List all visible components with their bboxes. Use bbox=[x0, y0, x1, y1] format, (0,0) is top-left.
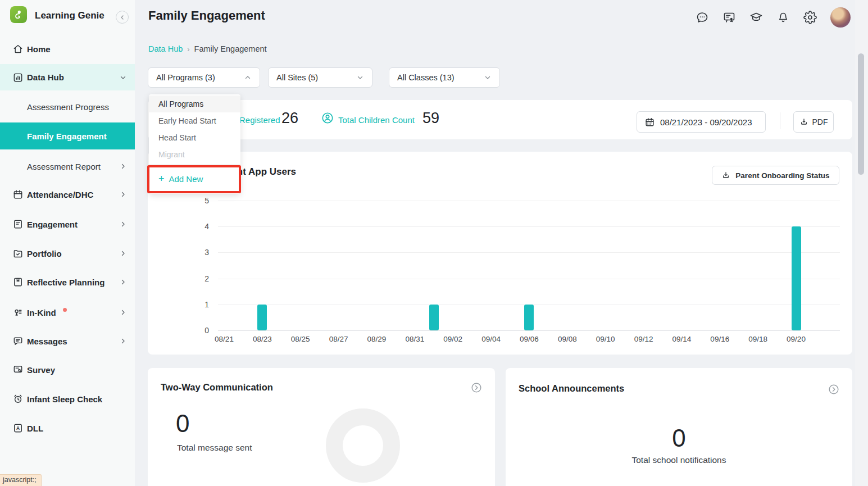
bar-09/01[interactable] bbox=[429, 305, 439, 330]
dropdown-option-early-head-start[interactable]: Early Head Start bbox=[149, 112, 240, 129]
sites-select[interactable]: All Sites (5) bbox=[268, 67, 372, 88]
card-title: Two-Way Communication bbox=[161, 382, 273, 393]
graduation-cap-icon[interactable] bbox=[749, 11, 763, 24]
survey-board-icon bbox=[12, 364, 24, 375]
sidebar-item-family-engagement[interactable]: Family Engagement bbox=[0, 122, 135, 149]
sidebar-item-label: Family Engagement bbox=[27, 131, 107, 141]
x-axis-tick-label: 09/12 bbox=[634, 335, 653, 343]
sidebar-item-in-kind[interactable]: In-Kind bbox=[0, 303, 135, 322]
x-axis-tick-label: 09/20 bbox=[787, 335, 806, 343]
topbar-icons bbox=[696, 7, 851, 28]
gridline-y0 bbox=[218, 330, 840, 331]
sites-select-value: All Sites (5) bbox=[276, 73, 318, 82]
total-notifications-caption: Total school notifications bbox=[506, 455, 852, 465]
chevron-down-icon bbox=[356, 74, 364, 81]
school-announcements-card: School Announcements 0 Total school noti… bbox=[506, 368, 852, 486]
two-way-communication-card: Two-Way Communication 0 Total message se… bbox=[148, 368, 495, 486]
calendar-icon bbox=[12, 189, 24, 200]
empty-donut-chart bbox=[326, 408, 400, 483]
vertical-divider bbox=[780, 112, 780, 129]
circle-chevron-right-icon[interactable] bbox=[470, 381, 483, 394]
notifications-bell-icon[interactable] bbox=[776, 11, 790, 24]
chat-icon[interactable] bbox=[696, 11, 709, 24]
chevron-right-icon bbox=[119, 162, 127, 170]
breadcrumb-separator: › bbox=[187, 45, 189, 53]
brand-name: Learning Genie bbox=[35, 10, 104, 21]
sidebar-item-messages[interactable]: Messages bbox=[0, 331, 135, 351]
parent-onboarding-status-label: Parent Onboarding Status bbox=[735, 171, 829, 180]
x-axis-tick-label: 09/18 bbox=[748, 335, 767, 343]
breadcrumb-data-hub-link[interactable]: Data Hub bbox=[148, 44, 183, 53]
y-axis-tick-label: 3 bbox=[189, 247, 209, 257]
sidebar-item-assessment-report[interactable]: Assessment Report bbox=[0, 157, 135, 176]
y-axis-tick-label: 2 bbox=[189, 274, 209, 284]
portfolio-folder-icon bbox=[12, 248, 24, 259]
classes-select-value: All Classes (13) bbox=[397, 73, 455, 82]
total-children-label: Total Children Count bbox=[338, 115, 415, 125]
chevron-left-icon bbox=[119, 14, 126, 21]
x-axis-tick-label: 08/21 bbox=[215, 335, 234, 343]
breadcrumb: Data Hub › Family Engagement bbox=[148, 44, 267, 53]
sidebar-item-engagement[interactable]: Engagement bbox=[0, 215, 135, 234]
x-axis-tick-label: 09/08 bbox=[558, 335, 577, 343]
chevron-right-icon bbox=[119, 308, 127, 316]
total-messages-caption: Total message sent bbox=[177, 443, 252, 453]
dropdown-option-all-programs[interactable]: All Programs bbox=[149, 96, 240, 112]
dropdown-option-head-start[interactable]: Head Start bbox=[149, 129, 240, 146]
sidebar-item-infant-sleep-check[interactable]: Infant Sleep Check bbox=[0, 389, 135, 408]
genie-icon bbox=[13, 9, 24, 20]
sidebar-item-reflective-planning[interactable]: Reflective Planning bbox=[0, 272, 135, 292]
sidebar-item-assessment-progress[interactable]: Assessment Progress bbox=[0, 97, 135, 116]
sidebar-item-label: Survey bbox=[27, 365, 55, 375]
training-icon[interactable] bbox=[722, 11, 736, 24]
x-axis-tick-label: 08/31 bbox=[405, 335, 424, 343]
sidebar: Learning Genie Home Data Hub Assessment … bbox=[0, 0, 135, 486]
bar-chart-plot-area: 01234508/2108/2308/2508/2708/2908/3109/0… bbox=[213, 201, 840, 330]
sidebar-item-data-hub[interactable]: Data Hub bbox=[0, 64, 135, 90]
sidebar-item-attendance-dhc[interactable]: Attendance/DHC bbox=[0, 185, 135, 204]
summary-stats-card: Registered 26 Total Children Count 59 08… bbox=[148, 100, 852, 139]
chevron-right-icon bbox=[119, 249, 127, 257]
programs-select[interactable]: All Programs (3) bbox=[148, 67, 260, 88]
pdf-download-button[interactable]: PDF bbox=[793, 111, 834, 133]
x-axis-tick-label: 09/02 bbox=[443, 335, 462, 343]
app-window: Learning Genie Home Data Hub Assessment … bbox=[0, 0, 868, 486]
learning-genie-logo bbox=[10, 6, 27, 23]
bar-09/20[interactable] bbox=[792, 226, 801, 330]
x-axis-tick-label: 08/29 bbox=[367, 335, 387, 343]
browser-status-tooltip: javascript:; bbox=[0, 474, 42, 486]
gridline-y5 bbox=[218, 201, 840, 201]
sidebar-item-label: Home bbox=[27, 44, 51, 54]
sidebar-item-label: In-Kind bbox=[27, 308, 56, 317]
x-axis-tick-label: 08/25 bbox=[291, 335, 310, 343]
y-axis-tick-label: 1 bbox=[189, 299, 209, 310]
total-children-value: 59 bbox=[422, 110, 439, 127]
dropdown-option-migrant[interactable]: Migrant bbox=[149, 146, 240, 163]
chevron-right-icon bbox=[119, 278, 127, 286]
parent-onboarding-status-button[interactable]: Parent Onboarding Status bbox=[712, 166, 839, 185]
circle-chevron-right-icon[interactable] bbox=[828, 383, 840, 396]
sidebar-item-label: Assessment Report bbox=[27, 162, 101, 171]
user-avatar[interactable] bbox=[830, 7, 851, 28]
registered-value: 26 bbox=[281, 110, 298, 127]
total-messages-value: 0 bbox=[176, 410, 189, 438]
sidebar-item-home[interactable]: Home bbox=[0, 39, 135, 58]
settings-gear-icon[interactable] bbox=[803, 11, 817, 24]
chevron-down-icon bbox=[484, 74, 492, 81]
date-range-picker[interactable]: 08/21/2023 - 09/20/2023 bbox=[637, 111, 766, 133]
scrollbar-thumb[interactable] bbox=[858, 53, 864, 175]
home-icon bbox=[12, 43, 24, 54]
sidebar-item-survey[interactable]: Survey bbox=[0, 360, 135, 379]
bar-09/06[interactable] bbox=[524, 305, 534, 330]
bar-08/23[interactable] bbox=[257, 305, 267, 330]
x-axis-tick-label: 09/06 bbox=[520, 335, 539, 343]
person-circle-icon bbox=[321, 111, 334, 125]
sidebar-item-portfolio[interactable]: Portfolio bbox=[0, 244, 135, 263]
y-axis-tick-label: 5 bbox=[189, 196, 209, 206]
sidebar-item-dll[interactable]: A DLL bbox=[0, 419, 135, 438]
sidebar-collapse-button[interactable] bbox=[116, 11, 129, 24]
classes-select[interactable]: All Classes (13) bbox=[389, 67, 500, 88]
chevron-up-icon bbox=[244, 74, 252, 81]
parent-app-users-card: Parent App Users Parent Onboarding Statu… bbox=[148, 152, 852, 355]
award-icon bbox=[12, 307, 24, 318]
